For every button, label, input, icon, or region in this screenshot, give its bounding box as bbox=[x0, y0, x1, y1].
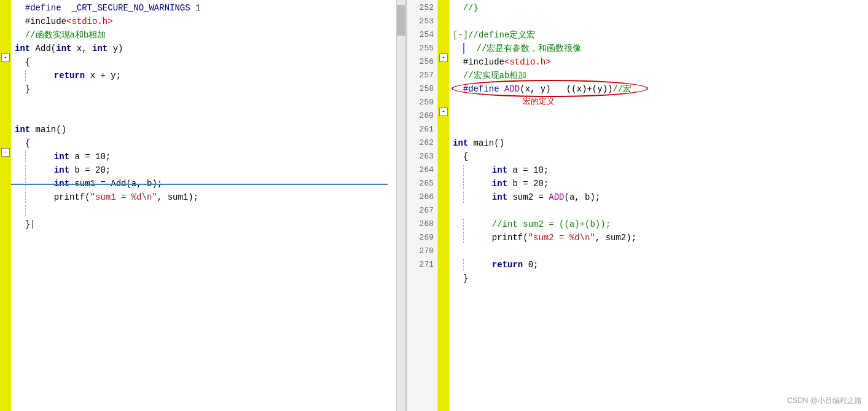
right-line-260: int main() bbox=[453, 138, 504, 148]
right-line-263: int b = 20; bbox=[453, 179, 549, 189]
left-line-3: //函数实现a和b相加 bbox=[15, 30, 106, 40]
left-line-2: #include<stdio.h> bbox=[15, 17, 113, 26]
right-code-area: //} [-]//define定义宏 //宏是有参数，和函数很像 #includ… bbox=[449, 0, 868, 411]
line-num-254: 254 bbox=[407, 28, 434, 42]
right-line-258-wrapper: #define ADD(x, y) ((x)+(y))//宏 bbox=[453, 82, 866, 96]
left-line-12: int a = 10; bbox=[15, 152, 111, 162]
right-line-254: [-]//define定义宏 bbox=[453, 30, 535, 40]
right-line-267: printf("sum2 = %d\n", sum2); bbox=[453, 233, 636, 243]
right-line-261: { bbox=[453, 152, 468, 162]
line-num-271: 271 bbox=[407, 258, 434, 272]
left-panel: - - #define _CRT_SECURE_NO_WARNINGS 1 #i… bbox=[0, 0, 405, 411]
right-line-262: int a = 10; bbox=[453, 165, 549, 175]
left-code-content: #define _CRT_SECURE_NO_WARNINGS 1 #inclu… bbox=[15, 1, 394, 231]
right-code-content: //} [-]//define定义宏 //宏是有参数，和函数很像 #includ… bbox=[453, 1, 866, 299]
left-line-7: } bbox=[15, 84, 30, 94]
macro-definition-label: 宏的定义 bbox=[523, 96, 555, 107]
left-margin-bar: - - bbox=[0, 0, 11, 411]
left-code-area: #define _CRT_SECURE_NO_WARNINGS 1 #inclu… bbox=[11, 0, 396, 411]
line-num-255: 255 bbox=[407, 42, 434, 55]
right-line-252: //} bbox=[453, 3, 479, 13]
watermark: CSDN @小吕编程之路 bbox=[787, 396, 862, 406]
left-line-17: }| bbox=[15, 219, 36, 229]
left-scroll-thumb[interactable] bbox=[397, 5, 405, 36]
line-num-264: 264 bbox=[407, 163, 434, 177]
left-scrollbar[interactable] bbox=[396, 0, 405, 411]
left-line-11: { bbox=[15, 138, 30, 148]
line-num-261: 261 bbox=[407, 123, 434, 136]
left-line-10: int main() bbox=[15, 125, 66, 135]
line-num-259: 259 bbox=[407, 96, 434, 109]
right-line-266: //int sum2 = ((a)+(b)); bbox=[453, 219, 611, 229]
line-num-253: 253 bbox=[407, 15, 434, 28]
collapse-indicator-1[interactable]: - bbox=[1, 53, 10, 62]
left-line-16 bbox=[15, 206, 28, 216]
right-line-257: //宏实现ab相加 bbox=[453, 71, 526, 80]
right-line-270: } bbox=[453, 273, 468, 283]
line-num-258: 258 bbox=[407, 82, 434, 96]
right-line-259 bbox=[453, 109, 866, 123]
line-num-252: 252 bbox=[407, 1, 434, 15]
line-num-262: 262 bbox=[407, 136, 434, 150]
line-num-260: 260 bbox=[407, 109, 434, 123]
blue-scroll-indicator bbox=[11, 184, 388, 185]
line-num-256: 256 bbox=[407, 55, 434, 69]
right-line-264: int sum2 = ADD(a, b); bbox=[453, 192, 600, 202]
line-num-257: 257 bbox=[407, 69, 434, 82]
left-line-15: printf("sum1 = %d\n", sum1); bbox=[15, 192, 198, 202]
left-line-6: return x + y; bbox=[15, 71, 121, 80]
left-line-13: int b = 20; bbox=[15, 165, 111, 175]
line-num-267: 267 bbox=[407, 204, 434, 217]
line-num-265: 265 bbox=[407, 177, 434, 190]
right-collapse-indicator-1[interactable]: - bbox=[439, 53, 448, 62]
line-num-266: 266 bbox=[407, 190, 434, 204]
line-num-268: 268 bbox=[407, 217, 434, 231]
line-num-270: 270 bbox=[407, 245, 434, 258]
left-line-5: { bbox=[15, 57, 30, 67]
right-line-256: #include<stdio.h> bbox=[453, 57, 551, 67]
left-line-4: int Add(int x, int y) bbox=[15, 44, 123, 53]
right-margin-bar: - - bbox=[438, 0, 449, 411]
collapse-indicator-2[interactable]: - bbox=[1, 148, 10, 157]
right-line-269: return 0; bbox=[453, 260, 538, 270]
left-line-1: #define _CRT_SECURE_NO_WARNINGS 1 bbox=[15, 3, 200, 13]
right-line-numbers: 252 253 254 255 256 257 258 259 260 261 … bbox=[407, 0, 438, 411]
line-num-269: 269 bbox=[407, 231, 434, 245]
line-num-263: 263 bbox=[407, 150, 434, 163]
right-collapse-indicator-2[interactable]: - bbox=[439, 108, 448, 116]
right-line-255: //宏是有参数，和函数很像 bbox=[453, 44, 581, 53]
